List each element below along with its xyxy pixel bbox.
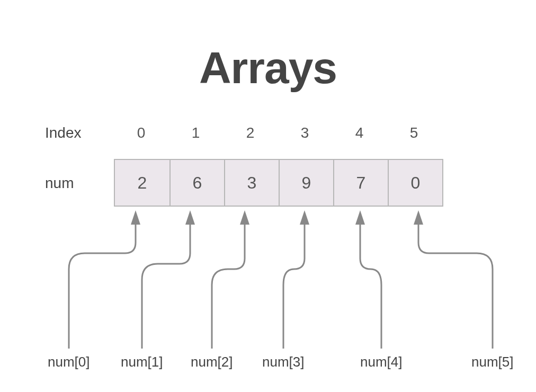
diagram-title: Arrays — [0, 42, 536, 94]
array-name-label: num — [45, 175, 74, 192]
pointer-arrows — [0, 206, 536, 354]
index-value: 5 — [387, 124, 441, 141]
array-cell: 2 — [115, 160, 169, 206]
index-value: 3 — [278, 124, 332, 141]
array-cell: 9 — [279, 160, 333, 206]
index-row: 0 1 2 3 4 5 — [114, 124, 441, 141]
array-cells: 2 6 3 9 7 0 — [114, 159, 443, 207]
index-value: 2 — [223, 124, 278, 141]
index-value: 1 — [168, 124, 223, 141]
access-expression: num[3] — [262, 354, 305, 370]
access-expression: num[4] — [360, 354, 403, 370]
access-expression: num[2] — [191, 354, 233, 370]
access-expression: num[5] — [471, 354, 514, 370]
access-expression: num[1] — [121, 354, 163, 370]
array-cell: 3 — [224, 160, 279, 206]
array-cell: 6 — [169, 160, 224, 206]
index-value: 0 — [114, 124, 168, 141]
index-value: 4 — [332, 124, 387, 141]
array-cell: 0 — [388, 160, 442, 206]
access-expression-row: num[0] num[1] num[2] num[3] num[4] num[5… — [0, 354, 536, 375]
access-expression: num[0] — [48, 354, 90, 370]
index-row-label: Index — [45, 124, 82, 141]
array-cell: 7 — [333, 160, 388, 206]
